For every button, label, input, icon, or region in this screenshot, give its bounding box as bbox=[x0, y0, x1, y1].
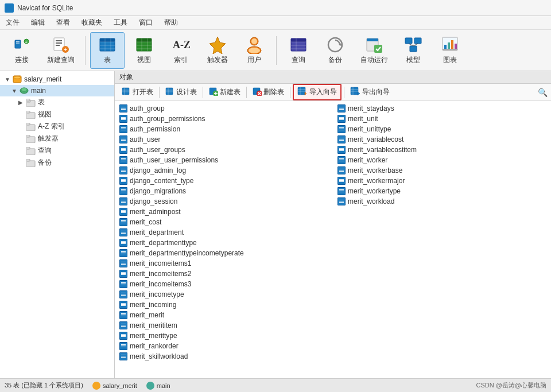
svg-point-30 bbox=[249, 48, 260, 53]
table-row[interactable]: merit_incometype bbox=[117, 289, 331, 300]
table-icon-11 bbox=[119, 218, 127, 226]
menu-edit[interactable]: 编辑 bbox=[25, 17, 51, 29]
new-table-btn[interactable]: 新建表 bbox=[205, 86, 244, 99]
table-row[interactable]: merit_departmenttype bbox=[117, 238, 331, 248]
svg-rect-44 bbox=[410, 46, 417, 52]
table-row[interactable]: auth_group_permissions bbox=[117, 114, 331, 124]
connect-label: 连接 bbox=[15, 55, 29, 65]
tree-queries[interactable]: 查询 bbox=[0, 145, 114, 157]
table-row[interactable]: merit_merit bbox=[117, 310, 331, 320]
toolbar-trigger[interactable]: 触发器 bbox=[200, 32, 235, 69]
tree-triggers[interactable]: 触发器 bbox=[0, 133, 114, 145]
table-row[interactable]: merit_rankorder bbox=[117, 341, 331, 351]
toolbar-query[interactable]: 查询 bbox=[281, 32, 316, 69]
import-wizard-btn[interactable]: 导入向导 bbox=[293, 84, 342, 100]
svg-marker-95 bbox=[358, 92, 360, 95]
tree-salary-merit[interactable]: ▼ salary_merit bbox=[0, 73, 114, 85]
table-name-25: merit_staydays bbox=[348, 104, 394, 112]
trigger-icon bbox=[208, 36, 227, 54]
table-row[interactable]: merit_department bbox=[117, 227, 331, 238]
tree-indexes[interactable]: A-Z 索引 bbox=[0, 121, 114, 133]
table-row[interactable]: merit_departmenttypeincometyperate bbox=[117, 248, 331, 258]
table-name-11: merit_cost bbox=[130, 218, 161, 226]
toolbar-backup[interactable]: 备份 bbox=[318, 32, 352, 69]
table-row[interactable]: merit_incomeitems2 bbox=[117, 269, 331, 279]
table-name-27: merit_unittype bbox=[348, 125, 391, 133]
table-row[interactable]: merit_incomeitems1 bbox=[117, 258, 331, 269]
table-name-24: merit_skillworkload bbox=[130, 352, 188, 360]
svg-rect-68 bbox=[26, 161, 35, 167]
table-row[interactable]: auth_user_groups bbox=[117, 145, 331, 155]
svg-point-29 bbox=[251, 38, 257, 44]
table-row[interactable]: django_admin_log bbox=[117, 165, 331, 176]
table-row[interactable]: merit_merittype bbox=[117, 331, 331, 341]
delete-table-btn[interactable]: 删除表 bbox=[249, 86, 288, 99]
toolbar-view[interactable]: 视图 bbox=[127, 32, 161, 69]
tree-main[interactable]: ▼ main bbox=[0, 85, 114, 96]
status-db: salary_merit bbox=[92, 382, 137, 390]
table-row[interactable]: django_migrations bbox=[117, 186, 331, 196]
table-row[interactable]: merit_workertype bbox=[335, 186, 549, 196]
object-header: 对象 bbox=[115, 71, 551, 84]
export-wizard-btn[interactable]: 导出向导 bbox=[347, 85, 393, 99]
toolbar-new-query[interactable]: + 新建查询 bbox=[41, 32, 80, 69]
table-row[interactable]: merit_incoming bbox=[117, 300, 331, 310]
open-table-btn[interactable]: 打开表 bbox=[118, 86, 157, 99]
table-row[interactable]: merit_worker bbox=[335, 155, 549, 165]
toolbar-model[interactable]: 模型 bbox=[396, 32, 430, 69]
table-row[interactable]: merit_skillworkload bbox=[117, 351, 331, 362]
toolbar-table[interactable]: 表 bbox=[90, 32, 125, 69]
table-row[interactable]: auth_group bbox=[117, 103, 331, 114]
menu-view[interactable]: 查看 bbox=[51, 17, 76, 29]
tree-backups[interactable]: 备份 bbox=[0, 157, 114, 169]
toolbar-auto-run[interactable]: 自动运行 bbox=[355, 32, 394, 69]
table-row[interactable]: merit_unit bbox=[335, 114, 549, 124]
table-row[interactable]: merit_cost bbox=[117, 217, 331, 227]
table-row[interactable]: django_session bbox=[117, 196, 331, 207]
table-row[interactable]: merit_merititem bbox=[117, 320, 331, 331]
table-row[interactable]: merit_adminpost bbox=[117, 207, 331, 217]
chart-label: 图表 bbox=[443, 55, 457, 65]
search-icon[interactable]: 🔍 bbox=[538, 88, 548, 97]
table-row[interactable]: merit_workload bbox=[335, 196, 549, 207]
svg-rect-41 bbox=[374, 45, 382, 53]
menu-file[interactable]: 文件 bbox=[0, 17, 25, 29]
table-icon-14 bbox=[119, 249, 127, 257]
toolbar-index[interactable]: A-Z 索引 bbox=[164, 32, 198, 69]
design-table-label: 设计表 bbox=[176, 87, 197, 97]
status-db-icon bbox=[92, 382, 100, 390]
table-icon-18 bbox=[119, 290, 127, 298]
toolbar-user[interactable]: 用户 bbox=[237, 32, 271, 69]
table-name-14: merit_departmenttypeincometyperate bbox=[130, 249, 244, 257]
table-row[interactable]: auth_permission bbox=[117, 124, 331, 134]
tree-views[interactable]: 视图 bbox=[0, 108, 114, 121]
table-row[interactable]: merit_incomeitems3 bbox=[117, 279, 331, 289]
tree-tables[interactable]: ▶ 表 bbox=[0, 96, 114, 108]
query-icon bbox=[289, 36, 308, 54]
table-row[interactable]: merit_unittype bbox=[335, 124, 549, 134]
menu-help[interactable]: 帮助 bbox=[158, 17, 184, 29]
table-row[interactable]: merit_workermajor bbox=[335, 176, 549, 186]
toolbar-chart[interactable]: 图表 bbox=[433, 32, 467, 69]
toolbar-connect[interactable]: + 连接 bbox=[5, 32, 39, 69]
table-label: 表 bbox=[104, 55, 111, 65]
table-row[interactable]: django_content_type bbox=[117, 176, 331, 186]
design-table-btn[interactable]: 设计表 bbox=[162, 86, 200, 99]
table-row[interactable]: merit_variablecostitem bbox=[335, 145, 549, 155]
table-row[interactable]: auth_user_user_permissions bbox=[117, 155, 331, 165]
svg-text:A-Z: A-Z bbox=[173, 39, 190, 51]
svg-rect-12 bbox=[100, 38, 115, 42]
menu-window[interactable]: 窗口 bbox=[133, 17, 158, 29]
menu-tools[interactable]: 工具 bbox=[108, 17, 133, 29]
table-row[interactable]: merit_workerbase bbox=[335, 165, 549, 176]
table-row[interactable]: merit_staydays bbox=[335, 103, 549, 114]
table-row[interactable]: merit_variablecost bbox=[335, 134, 549, 145]
table-icon-7 bbox=[119, 177, 127, 185]
open-table-icon bbox=[122, 87, 131, 98]
search-area[interactable]: 🔍 bbox=[538, 88, 548, 97]
table-row[interactable]: auth_user bbox=[117, 134, 331, 145]
menu-favorites[interactable]: 收藏夹 bbox=[76, 17, 108, 29]
svg-rect-51 bbox=[455, 44, 457, 49]
export-wizard-label: 导出向导 bbox=[362, 87, 390, 97]
tree-arrow-main: ▼ bbox=[11, 88, 18, 94]
